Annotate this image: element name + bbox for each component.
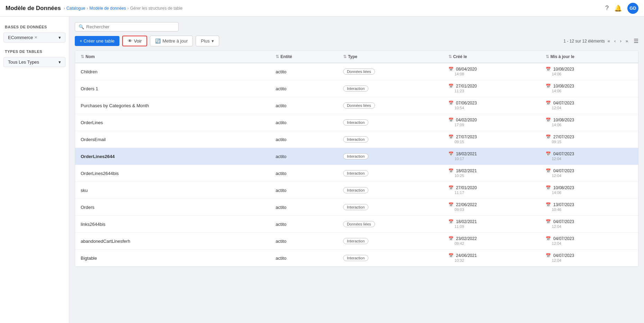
cell-type: Données liées xyxy=(338,63,443,80)
maj-time: 12:04 xyxy=(552,258,562,262)
table-row[interactable]: abandonedCartLinesferh actito Interactio… xyxy=(75,233,638,250)
more-button[interactable]: Plus ▾ xyxy=(196,36,219,46)
table-container: ⇅Nom ⇅Entité ⇅Type ⇅Créé le ⇅Mis à jour … xyxy=(75,50,638,267)
create-table-label: + Créer une table xyxy=(80,38,115,44)
cell-maj: 📅 04/07/2023 12:04 xyxy=(540,97,638,114)
types-dropdown[interactable]: Tous Les Types ▾ xyxy=(3,57,65,67)
more-chevron-icon: ▾ xyxy=(212,38,214,44)
databases-label: BASES DE DONNÉES xyxy=(0,22,69,30)
table-row[interactable]: Orders 1 actito Interaction 📅 27/01/2020… xyxy=(75,80,638,97)
cree-date: 24/06/2021 xyxy=(456,253,477,258)
cree-time: 10:25 xyxy=(455,174,464,178)
avatar[interactable]: GD xyxy=(627,3,638,14)
maj-time: 10:46 xyxy=(552,207,562,212)
type-badge: Données liées xyxy=(343,102,375,109)
type-badge: Interaction xyxy=(343,255,368,261)
type-chevron-icon: ▾ xyxy=(59,59,61,65)
table-row[interactable]: links2644bis actito Données liées 📅 18/0… xyxy=(75,216,638,233)
type-badge: Données liées xyxy=(343,221,375,227)
search-input[interactable] xyxy=(86,24,175,29)
table-row[interactable]: OrderLines2644 actito Interaction 📅 18/0… xyxy=(75,148,638,165)
cell-entite: actito xyxy=(270,182,338,199)
cree-date: 04/02/2020 xyxy=(456,118,477,122)
type-badge: Interaction xyxy=(343,238,368,244)
type-badge: Interaction xyxy=(343,136,368,142)
view-button[interactable]: 👁 Voir xyxy=(122,36,147,46)
cell-maj: 📅 04/07/2023 12:04 xyxy=(540,148,638,165)
help-button[interactable]: ? xyxy=(605,4,609,12)
last-page-button[interactable]: » xyxy=(624,38,629,44)
cree-time: 11:09 xyxy=(455,224,464,229)
cell-maj: 📅 04/07/2023 12:04 xyxy=(540,216,638,233)
cell-entite: actito xyxy=(270,233,338,250)
maj-date: 04/07/2023 xyxy=(553,253,574,258)
cell-nom: abandonedCartLinesferh xyxy=(75,233,270,250)
cell-cree-le: 📅 18/02/2021 11:09 xyxy=(443,216,540,233)
breadcrumb-modele[interactable]: Modèle de données xyxy=(89,6,126,11)
cal-icon-cree: 📅 xyxy=(448,236,454,241)
cell-maj: 📅 10/08/2023 14:06 xyxy=(540,114,638,131)
cal-icon-cree: 📅 xyxy=(448,101,454,105)
cree-time: 10:54 xyxy=(455,106,464,110)
maj-date: 27/07/2023 xyxy=(553,135,574,139)
cell-nom: Bigtable xyxy=(75,250,270,267)
table-row[interactable]: Purchases by Categories & Month actito D… xyxy=(75,97,638,114)
first-page-button[interactable]: « xyxy=(606,38,611,44)
maj-time: 09:15 xyxy=(552,140,562,144)
cree-time: 09:03 xyxy=(455,207,464,212)
cree-time: 17:09 xyxy=(455,123,464,127)
app-title: Modèle de Données xyxy=(6,5,61,12)
cell-maj: 📅 10/08/2023 14:06 xyxy=(540,182,638,199)
toolbar: 🔍 xyxy=(75,22,638,31)
cell-cree-le: 📅 27/07/2023 09:15 xyxy=(443,131,540,148)
maj-time: 12:04 xyxy=(552,241,562,246)
pagination-text: 1 - 12 sur 12 éléments xyxy=(563,39,605,44)
cell-cree-le: 📅 08/04/2020 14:08 xyxy=(443,63,540,80)
col-type[interactable]: ⇅Type xyxy=(338,51,443,63)
table-row[interactable]: sku actito Interaction 📅 27/01/2020 11:1… xyxy=(75,182,638,199)
table-row[interactable]: Orders actito Interaction 📅 22/06/2022 0… xyxy=(75,199,638,216)
update-button[interactable]: 🔄 Mettre à jour xyxy=(150,36,193,46)
notifications-button[interactable]: 🔔 xyxy=(614,4,622,12)
cal-icon-maj: 📅 xyxy=(546,84,551,89)
next-page-button[interactable]: › xyxy=(618,38,623,44)
table-row[interactable]: OrderLines actito Interaction 📅 04/02/20… xyxy=(75,114,638,131)
cal-icon-cree: 📅 xyxy=(448,219,454,224)
cal-icon-maj: 📅 xyxy=(546,219,551,224)
type-badge: Interaction xyxy=(343,187,368,193)
db-close-icon[interactable]: ✕ xyxy=(34,35,37,40)
col-cree-le[interactable]: ⇅Créé le xyxy=(443,51,540,63)
prev-page-button[interactable]: ‹ xyxy=(613,38,617,44)
col-mis-a-jour[interactable]: ⇅Mis à jour le xyxy=(540,51,638,63)
cell-type: Données liées xyxy=(338,216,443,233)
table-body: Children actito Données liées 📅 08/04/20… xyxy=(75,63,638,267)
cal-icon-cree: 📅 xyxy=(448,168,454,173)
col-entite[interactable]: ⇅Entité xyxy=(270,51,338,63)
cell-cree-le: 📅 07/06/2023 10:54 xyxy=(443,97,540,114)
maj-date: 04/07/2023 xyxy=(553,151,574,156)
table-row[interactable]: Children actito Données liées 📅 08/04/20… xyxy=(75,63,638,80)
type-badge: Interaction xyxy=(343,85,368,92)
type-badge: Données liées xyxy=(343,68,375,75)
cell-cree-le: 📅 27/01/2020 11:17 xyxy=(443,182,540,199)
cell-cree-le: 📅 22/06/2022 09:03 xyxy=(443,199,540,216)
cell-nom: Purchases by Categories & Month xyxy=(75,97,270,114)
cell-type: Interaction xyxy=(338,165,443,182)
cell-type: Interaction xyxy=(338,182,443,199)
table-row[interactable]: Bigtable actito Interaction 📅 24/06/2021… xyxy=(75,250,638,267)
grid-view-icon[interactable]: ☰ xyxy=(634,38,638,44)
type-badge: Interaction xyxy=(343,204,368,210)
databases-dropdown[interactable]: ECommerce ✕ ▾ xyxy=(3,33,65,43)
cree-time: 11:23 xyxy=(455,89,464,93)
cell-entite: actito xyxy=(270,63,338,80)
maj-date: 04/07/2023 xyxy=(553,219,574,224)
table-row[interactable]: OrderLines2644bis actito Interaction 📅 1… xyxy=(75,165,638,182)
maj-date: 10/08/2023 xyxy=(553,84,574,89)
table-row[interactable]: OrdersEmail actito Interaction 📅 27/07/2… xyxy=(75,131,638,148)
col-nom[interactable]: ⇅Nom xyxy=(75,51,270,63)
db-selected-label: ECommerce xyxy=(8,35,33,40)
cal-icon-cree: 📅 xyxy=(448,151,454,156)
breadcrumb-catalogue[interactable]: Catalogue xyxy=(66,6,86,11)
cell-entite: actito xyxy=(270,131,338,148)
create-table-button[interactable]: + Créer une table xyxy=(75,36,119,46)
